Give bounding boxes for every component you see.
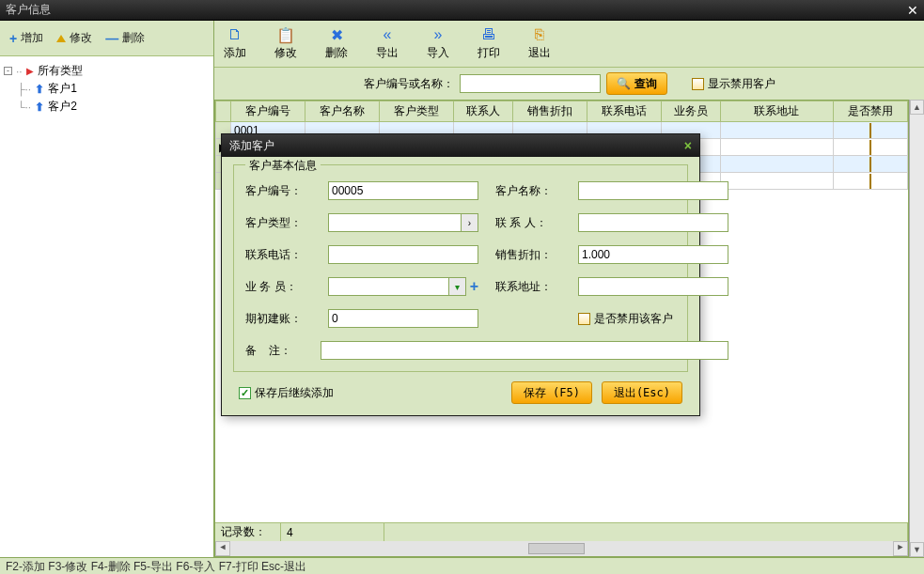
left-edit-button[interactable]: 修改 — [56, 30, 92, 46]
customer-code-input[interactable] — [328, 181, 478, 200]
dialog-close-icon[interactable]: × — [684, 138, 692, 153]
fieldset-legend: 客户基本信息 — [245, 158, 321, 174]
main-toolbar: 🗋添加 📋修改 ✖删除 «导出 »导入 🖶打印 ⎘退出 — [214, 21, 924, 68]
arrow-up-icon: ⬆ — [35, 83, 44, 96]
scroll-right-icon[interactable]: ► — [893, 541, 908, 556]
grid-footer: 记录数： 4 — [215, 522, 908, 541]
minus-icon: — — [105, 31, 118, 46]
exit-icon: ⎘ — [535, 26, 544, 43]
scroll-up-icon[interactable]: ▲ — [910, 100, 924, 115]
chevrons-right-icon: » — [434, 26, 443, 43]
toolbar-import-button[interactable]: »导入 — [427, 26, 449, 61]
discount-input[interactable] — [578, 245, 728, 264]
checkbox-icon — [578, 313, 590, 325]
remark-input[interactable] — [321, 341, 728, 360]
filter-input[interactable] — [460, 74, 601, 93]
status-bar: F2-添加 F3-修改 F4-删除 F5-导出 F6-导入 F7-打印 Esc-… — [0, 557, 924, 574]
show-disabled-checkbox[interactable]: 显示禁用客户 — [692, 76, 775, 92]
horizontal-scrollbar[interactable]: ◄ ► — [215, 541, 908, 556]
dialog-title-bar[interactable]: 添加客户 × — [222, 134, 699, 157]
collapse-icon[interactable]: - — [4, 67, 12, 75]
edit-icon — [56, 35, 66, 42]
left-toolbar: + 增加 修改 — 删除 — [0, 21, 213, 56]
left-delete-button[interactable]: — 删除 — [105, 30, 145, 46]
scroll-left-icon[interactable]: ◄ — [215, 541, 230, 556]
toolbar-delete-button[interactable]: ✖删除 — [325, 26, 348, 61]
vertical-scrollbar[interactable]: ▲ ▼ — [909, 100, 924, 557]
arrow-up-icon: ⬆ — [35, 101, 44, 114]
save-button[interactable]: 保存 (F5) — [511, 381, 592, 404]
checked-icon: ✓ — [239, 387, 251, 399]
arrow-right-icon: ▶ — [26, 66, 34, 76]
dialog-title: 添加客户 — [229, 138, 274, 154]
printer-icon: 🖶 — [481, 26, 496, 43]
checkbox-icon — [692, 78, 704, 90]
chevrons-left-icon: « — [384, 26, 392, 43]
customer-name-input[interactable] — [578, 181, 728, 200]
x-icon: ✖ — [331, 26, 343, 43]
exit-button[interactable]: 退出(Esc) — [602, 381, 682, 404]
disable-customer-checkbox[interactable]: 是否禁用该客户 — [578, 311, 728, 327]
customer-type-combo[interactable]: › — [328, 213, 478, 232]
scroll-thumb[interactable] — [528, 543, 585, 554]
search-button[interactable]: 🔍 查询 — [606, 72, 667, 95]
title-bar: 客户信息 ✕ — [0, 0, 924, 21]
plus-icon: + — [9, 31, 17, 46]
lookup-icon[interactable]: › — [462, 213, 478, 232]
filter-label: 客户编号或名称： — [364, 76, 454, 92]
left-add-button[interactable]: + 增加 — [9, 30, 43, 46]
contact-input[interactable] — [578, 213, 728, 232]
dropdown-icon[interactable]: ▾ — [449, 277, 466, 296]
toolbar-export-button[interactable]: «导出 — [376, 26, 399, 61]
tree-item[interactable]: └·· ⬆ 客户2 — [4, 98, 210, 116]
filter-row: 客户编号或名称： 🔍 查询 显示禁用客户 — [214, 68, 924, 100]
close-icon[interactable]: ✕ — [907, 3, 918, 18]
tree-root[interactable]: - ·· ▶ 所有类型 — [4, 62, 210, 80]
toolbar-add-button[interactable]: 🗋添加 — [224, 26, 246, 61]
grid-header-row: 客户编号客户名称客户类型 联系人销售折扣联系电话 业务员联系地址是否禁用 — [216, 101, 908, 122]
file-icon: 🗋 — [227, 26, 243, 43]
opening-balance-input[interactable] — [328, 309, 478, 328]
category-tree[interactable]: - ·· ▶ 所有类型 ├·· ⬆ 客户1 └·· ⬆ 客户2 — [0, 56, 213, 557]
window-title: 客户信息 — [6, 2, 51, 18]
toolbar-print-button[interactable]: 🖶打印 — [478, 26, 500, 61]
clipboard-icon: 📋 — [276, 26, 295, 43]
left-pane: + 增加 修改 — 删除 - ·· ▶ 所有类型 ├·· ⬆ — [0, 21, 214, 557]
phone-input[interactable] — [328, 245, 478, 264]
salesman-combo[interactable]: ▾ — [328, 277, 466, 296]
tree-item[interactable]: ├·· ⬆ 客户1 — [4, 80, 210, 98]
toolbar-exit-button[interactable]: ⎘退出 — [528, 26, 551, 61]
address-input[interactable] — [578, 277, 728, 296]
toolbar-edit-button[interactable]: 📋修改 — [274, 26, 297, 61]
scroll-down-icon[interactable]: ▼ — [910, 542, 924, 557]
search-icon: 🔍 — [617, 77, 631, 90]
keep-adding-checkbox[interactable]: ✓ 保存后继续添加 — [239, 385, 334, 401]
add-salesman-icon[interactable]: + — [470, 278, 478, 295]
add-customer-dialog: 添加客户 × 客户基本信息 客户编号： 客户名称： 客户类型： › 联 系 人：… — [221, 133, 700, 416]
